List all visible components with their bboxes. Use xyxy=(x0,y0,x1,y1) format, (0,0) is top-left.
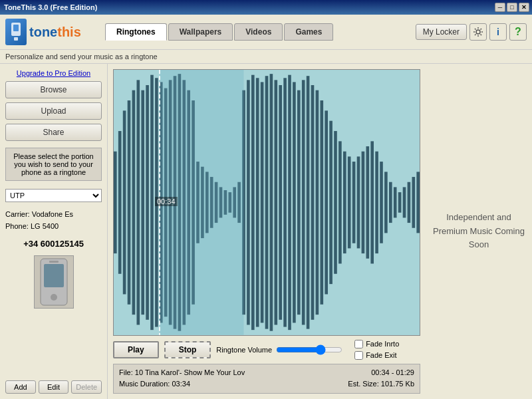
phone-model: Phone: LG 5400 xyxy=(5,221,102,233)
tab-ringtones[interactable]: Ringtones xyxy=(105,23,167,41)
tab-games[interactable]: Games xyxy=(284,23,333,41)
right-panel-text: Independent and Premium Music Coming Soo… xyxy=(431,211,527,252)
svg-rect-69 xyxy=(389,182,392,223)
svg-rect-75 xyxy=(416,172,420,233)
edit-button[interactable]: Edit xyxy=(39,380,69,394)
window-title: ToneThis 3.0 (Free Edition) xyxy=(4,3,97,11)
header-right: My Locker i ? xyxy=(416,23,527,41)
svg-rect-64 xyxy=(366,146,370,259)
fade-intro-checkbox[interactable] xyxy=(354,340,363,348)
phone-number: +34 600125145 xyxy=(5,239,102,249)
svg-rect-13 xyxy=(132,90,136,315)
subtitle-bar: Personalize and send your music as a rin… xyxy=(0,50,532,64)
svg-rect-49 xyxy=(297,90,301,315)
svg-rect-62 xyxy=(357,156,360,248)
svg-rect-16 xyxy=(146,85,149,320)
sidebar-bottom-buttons: Add Edit Delete xyxy=(5,380,102,394)
svg-rect-38 xyxy=(247,80,250,325)
duration-line: Music Duration: 03:34 xyxy=(119,378,190,390)
svg-rect-65 xyxy=(370,141,374,263)
svg-rect-72 xyxy=(403,187,406,217)
fade-intro-option[interactable]: Fade Inrto xyxy=(354,340,399,348)
svg-rect-60 xyxy=(348,156,351,248)
content: Upgrade to Pro Edition Browse Upload Sha… xyxy=(0,64,532,399)
fade-options: Fade Inrto Fade Exit xyxy=(354,340,399,360)
restore-button[interactable]: □ xyxy=(507,3,517,12)
svg-rect-66 xyxy=(375,152,378,253)
svg-point-3 xyxy=(476,30,480,34)
stop-button[interactable]: Stop xyxy=(164,341,211,358)
svg-rect-71 xyxy=(398,192,402,213)
title-bar: ToneThis 3.0 (Free Edition) ─ □ ✕ xyxy=(0,0,532,15)
info-icon[interactable]: i xyxy=(489,23,507,41)
file-info: File: 10 Tina Karol'- Show Me Your Lov 0… xyxy=(113,364,420,394)
waveform-container: 00:34 xyxy=(113,69,420,336)
carrier-details: Carrier: Vodafone Es Phone: LG 5400 xyxy=(5,209,102,232)
volume-area: Ringtone Volume xyxy=(216,344,342,355)
svg-rect-10 xyxy=(118,131,122,274)
subtitle-text: Personalize and send your music as a rin… xyxy=(5,53,158,61)
svg-rect-1 xyxy=(13,25,19,31)
tab-wallpapers[interactable]: Wallpapers xyxy=(168,23,233,41)
svg-rect-7 xyxy=(49,261,59,263)
svg-rect-70 xyxy=(394,187,397,217)
tabs: Ringtones Wallpapers Videos Games xyxy=(105,23,409,41)
svg-rect-61 xyxy=(352,162,356,243)
tab-videos[interactable]: Videos xyxy=(234,23,283,41)
svg-rect-53 xyxy=(316,90,319,315)
main-window: tonethis Ringtones Wallpapers Videos Gam… xyxy=(0,15,532,399)
phone-info-box: Please select the portion you wish to se… xyxy=(5,148,102,181)
my-locker-button[interactable]: My Locker xyxy=(416,24,467,40)
logo-icon xyxy=(5,19,27,45)
upgrade-link[interactable]: Upgrade to Pro Edition xyxy=(5,69,102,77)
svg-rect-74 xyxy=(412,177,416,228)
svg-rect-9 xyxy=(114,152,117,253)
playback-controls: Play Stop Ringtone Volume Fade Inrto Fad… xyxy=(113,340,420,360)
svg-rect-57 xyxy=(334,131,337,274)
close-button[interactable]: ✕ xyxy=(519,3,529,12)
svg-rect-46 xyxy=(283,78,287,327)
share-button[interactable]: Share xyxy=(5,124,102,141)
sidebar: Upgrade to Pro Edition Browse Upload Sha… xyxy=(0,64,108,399)
help-icon[interactable]: ? xyxy=(509,23,527,41)
svg-rect-41 xyxy=(261,82,264,323)
logo-text: tonethis xyxy=(29,25,81,40)
phone-message: Please select the portion you wish to se… xyxy=(13,152,93,176)
carrier-select-area: UTP Vodafone T-Mobile AT&T xyxy=(5,189,102,202)
time-marker: 00:34 xyxy=(155,197,178,206)
delete-button[interactable]: Delete xyxy=(71,380,102,394)
svg-rect-17 xyxy=(150,75,154,330)
svg-rect-43 xyxy=(270,74,273,331)
settings-icon[interactable] xyxy=(469,23,487,41)
volume-slider[interactable] xyxy=(276,344,342,355)
logo-text-part2: this xyxy=(57,25,81,39)
svg-rect-12 xyxy=(128,100,131,305)
upload-button[interactable]: Upload xyxy=(5,102,102,120)
right-panel: Independent and Premium Music Coming Soo… xyxy=(426,64,532,399)
main-area: 00:34 Play Stop Ringtone Volume Fade Inr… xyxy=(108,64,426,399)
minimize-button[interactable]: ─ xyxy=(495,3,505,12)
fade-exit-checkbox[interactable] xyxy=(354,351,363,360)
svg-rect-40 xyxy=(256,78,259,327)
fade-intro-label: Fade Inrto xyxy=(366,340,399,348)
fade-exit-option[interactable]: Fade Exit xyxy=(354,351,399,360)
svg-rect-50 xyxy=(302,80,305,325)
logo-area: tonethis xyxy=(5,19,98,45)
svg-rect-59 xyxy=(343,152,346,253)
browse-button[interactable]: Browse xyxy=(5,81,102,98)
add-button[interactable]: Add xyxy=(5,380,36,394)
play-button[interactable]: Play xyxy=(113,341,159,358)
carrier-dropdown[interactable]: UTP Vodafone T-Mobile AT&T xyxy=(5,189,102,202)
phone-image xyxy=(34,255,74,309)
svg-point-6 xyxy=(51,294,57,301)
header: tonethis Ringtones Wallpapers Videos Gam… xyxy=(0,15,532,50)
fade-exit-label: Fade Exit xyxy=(366,351,396,359)
time-range: 00:34 - 01:29 xyxy=(371,367,414,379)
svg-rect-42 xyxy=(265,76,269,329)
volume-label: Ringtone Volume xyxy=(216,346,272,354)
svg-rect-2 xyxy=(14,37,18,41)
logo-text-part1: tone xyxy=(29,25,57,39)
svg-rect-68 xyxy=(384,172,388,233)
svg-rect-51 xyxy=(307,76,310,329)
svg-rect-5 xyxy=(44,264,64,287)
